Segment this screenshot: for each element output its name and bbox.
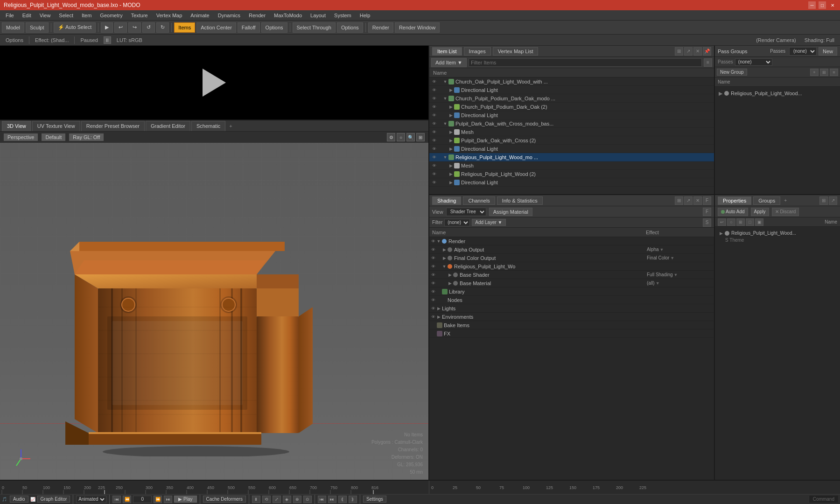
shade-expand-env[interactable]: ▶ xyxy=(436,315,441,319)
menu-texture[interactable]: Texture xyxy=(127,12,152,19)
shade-vis-10[interactable]: 👁 xyxy=(431,315,435,319)
minimize-btn[interactable]: ─ xyxy=(808,1,816,9)
options-label[interactable]: Options xyxy=(3,36,26,44)
expand-arrow-9[interactable]: ▶ xyxy=(448,147,453,151)
pi-4[interactable]: □ xyxy=(746,218,754,226)
shade-library[interactable]: 👁 Library xyxy=(429,287,714,296)
shade-vis-5[interactable]: 👁 xyxy=(431,273,435,277)
tree-item-church-oak[interactable]: 👁 ▼ Church_Oak_Pulpit_Light_Wood_with ..… xyxy=(429,77,714,86)
shade-alpha[interactable]: 👁 ▶ Alpha Output Alpha ▼ xyxy=(429,245,714,254)
new-group-btn[interactable]: New Group xyxy=(717,69,747,76)
tb-5[interactable]: ⊕ xyxy=(293,496,301,503)
shade-vis-3[interactable]: 👁 xyxy=(431,256,435,260)
shade-vis-6[interactable]: 👁 xyxy=(431,281,435,286)
tab-properties[interactable]: Properties xyxy=(718,196,751,205)
tb-6[interactable]: ⊙ xyxy=(303,496,312,503)
panel-pin[interactable]: 📌 xyxy=(703,47,711,56)
tree-item-religious-light[interactable]: 👁 ▼ Religious_Pulpit_Light_Wood_mo ... xyxy=(429,153,714,161)
shading-pin[interactable]: F xyxy=(703,196,711,205)
expand-arrow-5[interactable]: ▶ xyxy=(448,113,453,118)
add-layer-btn[interactable]: Add Layer ▼ xyxy=(472,219,505,226)
shading-icon-2[interactable]: ↗ xyxy=(684,196,693,205)
vis-icon-6[interactable]: 👁 xyxy=(432,121,436,126)
frame-input[interactable] xyxy=(133,496,152,503)
shade-vis-4[interactable]: 👁 xyxy=(431,264,435,269)
pause-icon[interactable]: ⏸ xyxy=(104,36,111,44)
transport-skip-back[interactable]: ⏮ xyxy=(112,496,121,503)
expand-arrow-2[interactable]: ▶ xyxy=(448,88,453,92)
menu-edit[interactable]: Edit xyxy=(19,12,35,19)
passes-select-1[interactable]: (none) xyxy=(789,47,817,56)
tab-info-statistics[interactable]: Info & Statistics xyxy=(497,196,543,205)
tab-shading[interactable]: Shading xyxy=(432,196,461,205)
maximize-btn[interactable]: □ xyxy=(819,1,826,9)
tab-uv[interactable]: UV Texture View xyxy=(32,121,80,131)
pi-2[interactable]: ○ xyxy=(727,218,735,226)
expand-arrow-6[interactable]: ▼ xyxy=(443,121,448,126)
gt-btn-3[interactable]: ≡ xyxy=(830,69,838,76)
tree-item-religious-mesh[interactable]: 👁 ▶ Religious_Pulpit_Light_Wood (2) xyxy=(429,170,714,178)
tb-7[interactable]: ⏮ xyxy=(318,496,326,503)
tab-item-list[interactable]: Item List xyxy=(432,47,462,56)
expand-arrow-4[interactable]: ▶ xyxy=(448,105,453,109)
expand-arrow-12[interactable]: ▶ xyxy=(448,172,453,176)
pi-1[interactable]: ↩ xyxy=(718,218,726,226)
shade-expand-5[interactable]: ▶ xyxy=(448,273,452,277)
menu-layout[interactable]: Layout xyxy=(307,12,329,19)
tree-item-podium-mesh[interactable]: 👁 ▶ Church_Pulpit_Podium_Dark_Oak (2) xyxy=(429,103,714,111)
vis-icon-11[interactable]: 👁 xyxy=(432,163,436,168)
new-pass-btn[interactable]: New xyxy=(819,47,837,56)
shade-expand-lights[interactable]: ▶ xyxy=(436,306,441,311)
tree-item-pulpit-dark[interactable]: 👁 ▼ Pulpit_Dark_Oak_with_Cross_modo_bas.… xyxy=(429,119,714,128)
vis-icon-10[interactable]: 👁 xyxy=(432,155,436,160)
timeline-right[interactable]: 0 25 50 75 100 125 150 175 200 225 xyxy=(429,481,840,494)
menu-help[interactable]: Help xyxy=(356,12,374,19)
shade-render[interactable]: 👁 ▼ Render xyxy=(429,237,714,245)
tab-3dview[interactable]: 3D View xyxy=(2,121,31,131)
shading-icon-1[interactable]: ⊞ xyxy=(675,196,683,205)
gt-btn-1[interactable]: + xyxy=(810,69,819,76)
menu-render[interactable]: Render xyxy=(245,12,269,19)
tree-item-dir-light-2[interactable]: 👁 ▶ Directional Light xyxy=(429,111,714,119)
pi-3[interactable]: ⊞ xyxy=(736,218,745,226)
properties-plus[interactable]: + xyxy=(784,198,787,203)
tool-3[interactable]: ↪ xyxy=(128,22,141,33)
transport-skip-fwd[interactable]: ⏭ xyxy=(164,496,172,503)
tab-render-preset[interactable]: Render Preset Browser xyxy=(81,121,145,131)
tb-9[interactable]: ⟪ xyxy=(338,496,347,503)
close-btn[interactable]: ✕ xyxy=(829,1,836,9)
vis-icon-4[interactable]: 👁 xyxy=(432,105,436,109)
tb-10[interactable]: ⟫ xyxy=(349,496,357,503)
menu-vertex-map[interactable]: Vertex Map xyxy=(153,12,186,19)
menu-geometry[interactable]: Geometry xyxy=(96,12,126,19)
shading-mode-label[interactable]: Default xyxy=(42,133,65,141)
tree-item-mesh-2[interactable]: 👁 ▶ Mesh xyxy=(429,161,714,170)
shader-tree-select[interactable]: Shader Tree xyxy=(446,208,486,216)
vis-icon-2[interactable]: 👁 xyxy=(432,88,436,92)
3d-viewport[interactable]: Perspective Default Ray GL: Off ⚙ ○ 🔍 ⊞ xyxy=(0,132,428,480)
menu-select[interactable]: Select xyxy=(55,12,77,19)
action-center-btn[interactable]: Action Center xyxy=(196,22,236,33)
menu-maxtomodo[interactable]: MaxToModo xyxy=(270,12,306,19)
shading-tree[interactable]: 👁 ▼ Render 👁 ▶ Alpha Output xyxy=(429,237,714,480)
props-item-religious[interactable]: ▶ Religious_Pulpit_Light_Wood... xyxy=(718,230,837,237)
vis-icon-13[interactable]: 👁 xyxy=(432,180,436,185)
transport-prev[interactable]: ⏪ xyxy=(123,496,131,503)
tab-schematic[interactable]: Schematic xyxy=(191,121,225,131)
shade-final-color[interactable]: 👁 ▶ Final Color Output Final Color ▼ xyxy=(429,254,714,262)
vis-icon-8[interactable]: 👁 xyxy=(432,138,436,143)
animated-select[interactable]: Animated xyxy=(76,496,106,503)
expand-arrow-1[interactable]: ▼ xyxy=(443,79,448,84)
auto-add-btn[interactable]: Auto Add xyxy=(718,208,748,216)
shade-vis-8[interactable]: 👁 xyxy=(431,298,435,302)
play-button[interactable] xyxy=(200,69,228,97)
tab-groups[interactable]: Groups xyxy=(753,196,780,205)
tool-2[interactable]: ↩ xyxy=(114,22,127,33)
vis-icon-5[interactable]: 👁 xyxy=(432,113,436,118)
assign-material-btn[interactable]: Assign Material xyxy=(489,208,532,216)
tab-vertex-map-list[interactable]: Vertex Map List xyxy=(493,47,539,56)
shade-expand-2[interactable]: ▶ xyxy=(442,247,447,252)
menu-item[interactable]: Item xyxy=(78,12,95,19)
expand-arrow-3[interactable]: ▼ xyxy=(443,96,448,101)
vis-icon-9[interactable]: 👁 xyxy=(432,147,436,151)
